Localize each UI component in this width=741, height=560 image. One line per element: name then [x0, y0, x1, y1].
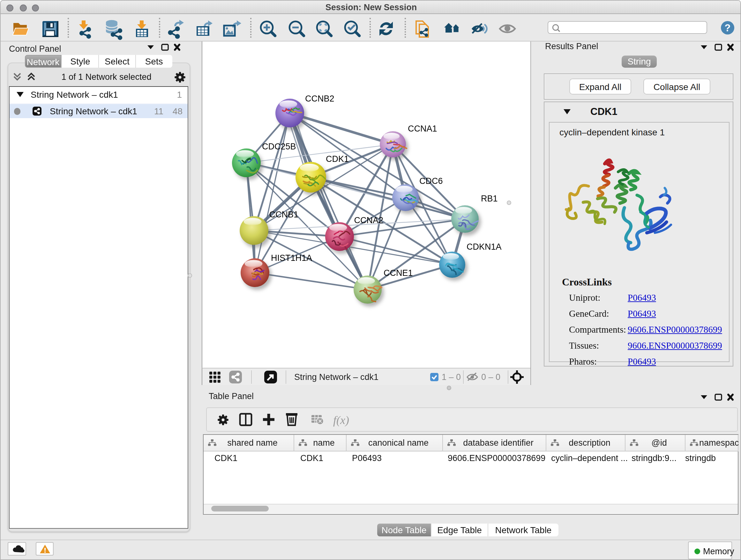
svg-text:CCNB1: CCNB1 — [269, 210, 298, 219]
svg-text:RB1: RB1 — [481, 194, 497, 203]
svg-text:CCNB2: CCNB2 — [305, 94, 334, 104]
svg-text:HIST1H1A: HIST1H1A — [271, 253, 312, 263]
svg-text:f(x): f(x) — [333, 414, 349, 427]
svg-text:0 – 0: 0 – 0 — [481, 372, 500, 381]
svg-text:CCNE1: CCNE1 — [383, 268, 413, 278]
svg-text:CDKN1A: CDKN1A — [466, 242, 501, 252]
svg-text:CDC6: CDC6 — [419, 176, 443, 186]
svg-text:1 – 0: 1 – 0 — [442, 372, 461, 381]
svg-text:String Network – cdk1: String Network – cdk1 — [294, 372, 379, 381]
svg-text:CCNA1: CCNA1 — [408, 124, 437, 133]
svg-text:CDC25B: CDC25B — [262, 142, 296, 151]
svg-text:?: ? — [725, 22, 731, 34]
svg-text:CDK1: CDK1 — [326, 154, 348, 164]
svg-text:CCNA2: CCNA2 — [354, 215, 383, 225]
